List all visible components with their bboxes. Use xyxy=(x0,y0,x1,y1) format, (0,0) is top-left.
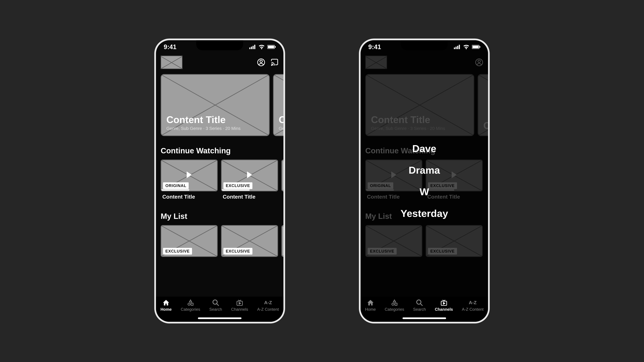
nav-label: A-Z Content xyxy=(462,307,484,312)
continue-row[interactable]: ORIGINAL Content Title EXCLUSIVE Content… xyxy=(161,160,284,200)
badge-exclusive: EXCLUSIVE xyxy=(163,248,192,255)
home-indicator[interactable] xyxy=(402,318,446,319)
hero-meta: Ge xyxy=(279,126,285,131)
svg-rect-34 xyxy=(459,45,460,49)
svg-rect-36 xyxy=(472,45,479,48)
badge-exclusive: EXCLUSIVE xyxy=(224,182,252,189)
hero-meta: Genre, Sub Genre · 3 Series · 20 Mins xyxy=(166,126,264,131)
battery-icon xyxy=(267,45,276,49)
notch xyxy=(196,40,243,50)
svg-rect-31 xyxy=(454,47,455,49)
nav-az[interactable]: A-Z A-Z Content xyxy=(462,299,484,315)
status-icons xyxy=(249,44,276,49)
search-icon xyxy=(416,299,423,306)
nav-az[interactable]: A-Z A-Z Content xyxy=(257,299,279,315)
svg-point-54 xyxy=(417,300,421,304)
placeholder-cross-icon xyxy=(282,160,285,191)
section-title-continue: Continue Watching xyxy=(161,146,284,155)
nav-categories[interactable]: Categories xyxy=(385,299,404,315)
nav-channels[interactable]: Channels xyxy=(435,299,453,315)
mylist-row[interactable]: EXCLUSIVE EXCLUSIVE xyxy=(161,225,284,257)
svg-line-24 xyxy=(282,226,285,256)
content-card[interactable]: ORIGINAL Content Title xyxy=(161,160,218,200)
profile-icon[interactable] xyxy=(257,58,265,66)
hero-carousel[interactable]: Content Title Genre, Sub Genre · 3 Serie… xyxy=(161,74,284,136)
svg-rect-27 xyxy=(191,303,193,305)
content-card[interactable]: EXCLUSIVE xyxy=(161,225,218,257)
tv-icon xyxy=(440,299,448,306)
phone-channels: 9:41 Content Title Genre, Sub Genre · 3 … xyxy=(359,38,490,324)
channel-option-dave[interactable]: Dave xyxy=(412,143,436,154)
svg-rect-5 xyxy=(268,45,274,48)
svg-point-52 xyxy=(392,303,394,305)
nav-label: Search xyxy=(413,307,426,312)
status-time: 9:41 xyxy=(164,43,176,51)
badge-exclusive: EXCLUSIVE xyxy=(224,248,252,255)
badge-original: ORIGINAL xyxy=(163,182,189,189)
nav-home[interactable]: Home xyxy=(160,299,172,315)
channels-overlay: Dave Drama W Yesterday xyxy=(400,143,448,219)
svg-rect-53 xyxy=(395,303,397,305)
card-thumb[interactable] xyxy=(282,160,285,191)
signal-icon xyxy=(249,45,256,49)
svg-point-26 xyxy=(188,303,190,305)
card-title: Content Title xyxy=(161,194,218,200)
home-icon xyxy=(367,299,374,306)
card-thumb[interactable]: EXCLUSIVE xyxy=(221,160,278,191)
card-thumb[interactable]: ORIGINAL xyxy=(161,160,218,191)
hero-title: Content Title xyxy=(166,114,264,125)
play-icon xyxy=(187,171,192,178)
nav-label: Categories xyxy=(181,307,200,312)
content-scroll[interactable]: Content Title Genre, Sub Genre · 3 Serie… xyxy=(156,74,284,257)
nav-label: Home xyxy=(160,307,172,312)
az-icon: A-Z xyxy=(264,299,272,306)
home-indicator[interactable] xyxy=(198,318,242,319)
svg-line-55 xyxy=(420,304,422,306)
nav-label: Home xyxy=(365,307,376,312)
card-thumb[interactable]: EXCLUSIVE xyxy=(221,225,278,257)
svg-rect-1 xyxy=(251,46,252,49)
battery-icon xyxy=(472,45,480,49)
svg-line-25 xyxy=(282,226,285,256)
app-logo[interactable] xyxy=(161,56,182,69)
svg-line-29 xyxy=(216,304,219,306)
nav-channels[interactable]: Channels xyxy=(231,299,248,315)
channel-option-yesterday[interactable]: Yesterday xyxy=(400,208,448,219)
hero-card[interactable]: Content Title Genre, Sub Genre · 3 Serie… xyxy=(161,74,270,136)
nav-home[interactable]: Home xyxy=(365,299,376,315)
svg-point-28 xyxy=(213,300,217,304)
hero-card[interactable]: Co Ge xyxy=(273,74,285,136)
svg-rect-2 xyxy=(252,46,254,49)
channel-option-drama[interactable]: Drama xyxy=(409,164,440,176)
svg-line-19 xyxy=(282,160,285,191)
nav-search[interactable]: Search xyxy=(413,299,426,315)
placeholder-cross-icon xyxy=(282,226,285,256)
svg-point-8 xyxy=(260,60,262,62)
search-icon xyxy=(212,299,219,306)
content-card[interactable] xyxy=(282,160,285,200)
svg-rect-33 xyxy=(457,46,458,49)
categories-icon xyxy=(391,299,398,306)
content-card[interactable]: EXCLUSIVE Content Title xyxy=(221,160,278,200)
home-icon xyxy=(162,299,170,306)
svg-rect-3 xyxy=(254,45,256,49)
svg-point-9 xyxy=(271,65,272,65)
cast-icon[interactable] xyxy=(270,58,279,66)
categories-icon xyxy=(187,299,194,306)
content-card[interactable]: EXCLUSIVE xyxy=(221,225,278,257)
card-thumb[interactable]: EXCLUSIVE xyxy=(161,225,218,257)
nav-label: Search xyxy=(209,307,222,312)
nav-categories[interactable]: Categories xyxy=(181,299,200,315)
svg-rect-32 xyxy=(456,46,457,49)
card-thumb[interactable] xyxy=(282,225,285,257)
tv-icon xyxy=(236,299,243,306)
az-icon: A-Z xyxy=(469,299,477,306)
content-card[interactable] xyxy=(282,225,285,257)
status-icons xyxy=(454,44,480,49)
wifi-icon xyxy=(463,44,470,49)
channel-option-w[interactable]: W xyxy=(420,186,429,198)
card-title: Content Title xyxy=(221,194,278,200)
svg-rect-0 xyxy=(250,47,250,49)
nav-search[interactable]: Search xyxy=(209,299,222,315)
notch xyxy=(401,40,448,50)
